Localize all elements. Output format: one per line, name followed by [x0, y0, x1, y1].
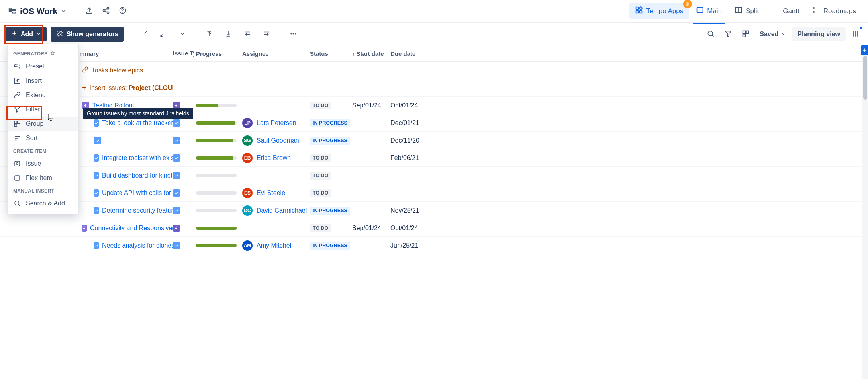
add-button-label: Add [21, 31, 33, 38]
search-button[interactable] [703, 27, 718, 42]
table-row[interactable]: Needs analysis for clones · CAMAmy Mitch… [0, 237, 868, 254]
layout-small-button[interactable] [738, 27, 753, 42]
dropdown-item-preset[interactable]: Preset [8, 59, 78, 74]
filter-button[interactable] [721, 27, 736, 42]
help-button[interactable] [116, 4, 130, 18]
cell-status[interactable]: IN PROGRESS [310, 207, 352, 215]
project-switcher[interactable]: iOS Work [5, 5, 69, 18]
saved-views-button[interactable]: Saved [756, 28, 790, 40]
column-header-assignee[interactable]: Assignee [242, 50, 310, 57]
cell-due-date[interactable]: Oct/01/24 [390, 102, 422, 109]
cell-status[interactable]: TO DO [310, 224, 352, 232]
table-row[interactable]: Integrate toolset with existingEBErica B… [0, 149, 868, 167]
svg-line-29 [145, 31, 147, 33]
tab-label: Main [707, 7, 722, 15]
cell-assignee[interactable]: AMAmy Mitchell [242, 240, 310, 251]
table-row[interactable]: Tasks below epics [0, 62, 868, 79]
cell-due-date[interactable]: Jun/25/21 [390, 242, 422, 249]
dropdown-item-insert[interactable]: Insert [8, 74, 78, 88]
cell-status[interactable]: IN PROGRESS [310, 242, 352, 250]
column-header-start-date[interactable]: ↑Start date [352, 50, 390, 57]
dropdown-item-sort[interactable]: Sort [8, 131, 78, 145]
svg-point-11 [123, 12, 123, 12]
tab-tempo-apps[interactable]: Tempo Apps ♛ [629, 3, 689, 19]
planning-view-button[interactable]: Planning view [792, 27, 846, 41]
column-header-progress[interactable]: Progress [196, 50, 242, 57]
dropdown-section-manual-insert: MANUAL INSERT [8, 185, 78, 196]
chevron-down-icon [781, 31, 786, 38]
summary-text: Build dashboard for kinetic en [102, 172, 173, 179]
dropdown-item-filter[interactable]: Filter [8, 102, 78, 117]
dropdown-item-group[interactable]: Group [8, 117, 78, 131]
move-down-button[interactable] [221, 27, 236, 42]
scrollbar-thumb[interactable] [863, 56, 867, 100]
wand-icon [56, 30, 63, 39]
table-row[interactable]: SGSaul GoodmanIN PROGRESSDec/11/20 [0, 132, 868, 149]
epic-type-icon [173, 225, 180, 232]
svg-point-41 [295, 33, 296, 34]
task-icon [94, 119, 99, 127]
cell-issue-type [173, 190, 196, 197]
cell-assignee[interactable]: SGSaul Goodman [242, 135, 310, 146]
cell-summary[interactable]: Connectivity and Responsiveness te [0, 225, 173, 232]
expand-all-button[interactable] [137, 27, 152, 42]
cell-progress [196, 104, 242, 107]
tab-roadmaps[interactable]: Roadmaps [807, 3, 862, 19]
dropdown-item-issue[interactable]: Issue [8, 156, 78, 171]
tab-split[interactable]: Split [729, 3, 764, 19]
cell-start-date[interactable]: Sep/01/24 [352, 225, 390, 232]
panel-layout-button[interactable] [848, 27, 862, 41]
add-button[interactable]: Add [6, 27, 47, 41]
cell-due-date[interactable]: Feb/06/21 [390, 154, 422, 162]
cell-status[interactable]: TO DO [310, 189, 352, 197]
table-row[interactable]: +Insert issues: Project (CLOUD, H3M [0, 79, 868, 97]
cell-due-date[interactable]: Dec/11/20 [390, 137, 422, 144]
cell-issue-type [173, 137, 196, 144]
share-button[interactable] [99, 4, 113, 18]
vertical-scrollbar[interactable] [862, 55, 868, 254]
svg-line-64 [18, 205, 20, 206]
topbar: iOS Work Tempo Apps ♛ Main Split [0, 0, 868, 22]
progress-bar [196, 139, 237, 142]
cell-status[interactable]: IN PROGRESS [310, 137, 352, 145]
table-row[interactable]: Connectivity and Responsiveness teTO DOS… [0, 219, 868, 237]
column-header-issue-type[interactable]: Issue Type [173, 50, 196, 58]
cell-status[interactable]: IN PROGRESS [310, 119, 352, 127]
show-generators-button[interactable]: Show generators [51, 27, 124, 42]
dropdown-item-extend[interactable]: Extend [8, 88, 78, 102]
more-actions-button[interactable] [286, 27, 301, 42]
cell-status[interactable]: TO DO [310, 172, 352, 180]
tab-main[interactable]: Main [690, 3, 727, 19]
table-row[interactable]: Determine security featuresDCDavid Carmi… [0, 202, 868, 219]
move-up-button[interactable] [202, 27, 217, 42]
cell-due-date[interactable]: Nov/25/21 [390, 207, 422, 214]
cell-status[interactable]: TO DO [310, 102, 352, 109]
add-column-button[interactable]: + [861, 45, 868, 55]
table-row[interactable]: Update API with calls for dashESEvi Stee… [0, 184, 868, 202]
column-header-due-date[interactable]: Due date [390, 50, 422, 57]
tab-gantt[interactable]: Gantt [766, 3, 805, 19]
outdent-button[interactable] [240, 27, 255, 42]
dropdown-item-search-add[interactable]: Search & Add [8, 196, 78, 211]
summary-text: Insert issues: Project (CLOUD, H3M [90, 84, 173, 92]
table-row[interactable]: Build dashboard for kinetic enTO DO [0, 167, 868, 184]
cell-assignee[interactable]: DCDavid Carmichael [242, 205, 310, 216]
cell-due-date[interactable]: Oct/01/24 [390, 225, 422, 232]
cell-start-date[interactable]: Sep/01/24 [352, 102, 390, 109]
cell-due-date[interactable]: Dec/01/21 [390, 119, 422, 127]
cell-assignee[interactable]: LPLars Petersen [242, 118, 310, 128]
collapse-all-button[interactable] [156, 27, 171, 42]
export-button[interactable] [82, 4, 96, 18]
column-header-status[interactable]: Status [310, 50, 352, 57]
cell-assignee[interactable]: EBErica Brown [242, 153, 310, 163]
cell-summary[interactable]: Needs analysis for clones · C [0, 242, 173, 249]
indent-button[interactable] [259, 27, 274, 42]
svg-rect-56 [14, 124, 17, 127]
status-badge: TO DO [310, 154, 331, 162]
cell-assignee[interactable]: ESEvi Steele [242, 188, 310, 198]
cell-status[interactable]: TO DO [310, 154, 352, 162]
show-generators-label: Show generators [67, 31, 118, 38]
dropdown-item-flex-item[interactable]: Flex Item [8, 171, 78, 185]
add-dropdown: GENERATORS Preset Insert Extend Filter G… [7, 44, 79, 214]
expand-level-dropdown[interactable] [175, 27, 190, 42]
